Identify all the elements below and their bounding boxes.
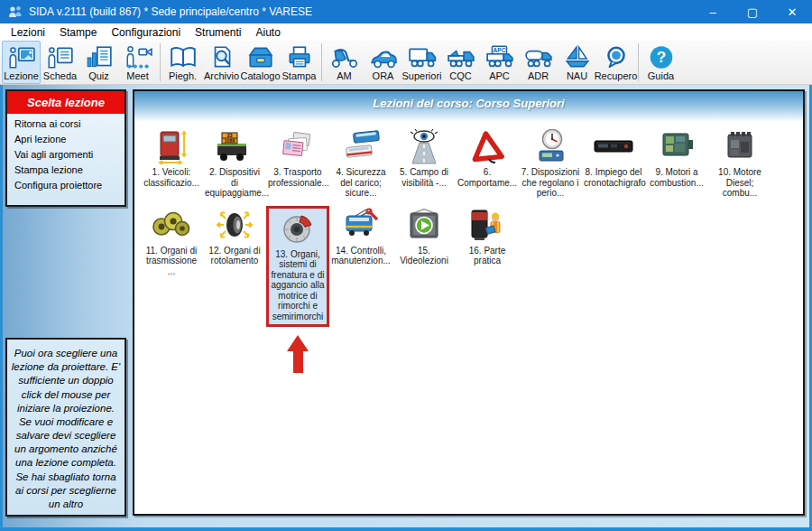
lesson-tile-6[interactable]: 6. Comportame... [457,127,518,190]
toolbar-button-label: ADR [528,70,549,82]
lesson-tile-4[interactable]: 4. Sicurezza del carico; sicure... [330,127,392,200]
sidebar-item-ritorna-ai-corsi[interactable]: Ritorna ai corsi [7,114,125,129]
toolbar-button-adr[interactable]: ADR [519,41,558,84]
lesson-tile-1[interactable]: 1. Veicoli: classificazio... [141,127,202,190]
toolbar-separator [160,43,161,81]
toolbar-button-stampa[interactable]: Stampa [280,41,318,84]
lesson-cell: 13. Organi, sistemi di frenatura e di ag… [266,206,329,374]
menu-item-strumenti[interactable]: Strumenti [188,24,248,41]
maximize-button[interactable]: ▢ [733,0,772,23]
truck-worker-icon [466,208,509,244]
clock-tachograph-icon [529,129,572,165]
lesson-cell: 9. Motori a combustion... [645,127,708,190]
lesson-cell: 14. Controlli, manutenzion... [329,206,392,268]
lesson-cell: 12. Organi di rotolamento [203,206,266,268]
app-window: SIDA v.2111 (build 867) * Sede principal… [0,0,812,531]
tire-icon [213,208,256,244]
toolbar-button-recupero[interactable]: Recupero [596,41,635,84]
toolbar-button-scheda[interactable]: Scheda [41,41,79,84]
menu-item-lezioni[interactable]: Lezioni [4,24,52,41]
red-up-arrow-pointer-icon [287,335,309,373]
lesson-tile-10[interactable]: 10. Motore Diesel; combu... [709,127,770,200]
sidebar-item-stampa-lezione[interactable]: Stampa lezione [7,160,125,175]
red-truck-icon [150,129,193,165]
toolbar-button-label: APC [489,70,510,82]
sidebar-item-configura-proiettore[interactable]: Configura proiettore [7,175,125,191]
lesson-tile-14[interactable]: 14. Controlli, manutenzion... [330,206,392,268]
sidebar-item-vai-agli-argomenti[interactable]: Vai agli argomenti [7,144,125,160]
instructions-panel: Puoi ora scegliere una lezione da proiet… [5,338,126,517]
lesson-tile-8[interactable]: 8. Impiego del cronotachigrafo [583,127,644,190]
lesson-label: 14. Controlli, manutenzion... [331,246,391,266]
toolbar-button-nau[interactable]: NAU [558,41,596,84]
toolbar-button-piegh[interactable]: Piegh. [163,41,202,84]
lesson-tile-9[interactable]: 9. Motori a combustion... [646,127,707,190]
lesson-tile-15[interactable]: 15. Videolezioni [393,206,455,268]
toolbar-button-quiz[interactable]: Quiz [79,41,118,84]
lesson-label: 16. Parte pratica [457,246,517,266]
lesson-label: 7. Disposizioni che regolano i perio... [521,167,580,199]
toolbar-button-guida[interactable]: ?Guida [641,41,680,84]
toolbar-button-ora[interactable]: ORA [364,41,402,84]
lessons-header-title: Lezioni del corso: Corso Superiori [373,97,564,110]
toolbar-button-label: CQC [449,70,471,82]
toolbar-button-label: Guida [648,70,674,82]
lesson-tile-5[interactable]: 5. Campo di visibilità -... [393,127,455,190]
lesson-cell: 15. Videolezioni [392,206,456,268]
lesson-tile-3[interactable]: 3. Trasporto professionale... [267,127,328,190]
lesson-label: 9. Motori a combustion... [647,167,706,188]
menu-item-configurazioni[interactable]: Configurazioni [104,24,188,41]
toolbar: LezioneSchedaQuizMeetPiegh.ArchivioCatal… [0,41,812,85]
presenter-image-icon [7,45,36,70]
lesson-cell: 16. Parte pratica [456,206,519,268]
lessons-panel: Lezioni del corso: Corso Superiori 1. Ve… [133,89,805,516]
toolbar-button-label: Archivio [204,70,239,82]
toolbar-button-superiori[interactable]: Superiori [402,41,441,84]
toolbar-button-am[interactable]: AM [325,41,364,84]
lesson-tile-2[interactable]: 3310882. Dispositivi di equipaggiame... [204,127,265,200]
lesson-tile-12[interactable]: 12. Organi di rotolamento [204,206,265,268]
lesson-tile-16[interactable]: 16. Parte pratica [457,206,518,268]
car-icon [369,45,398,70]
svg-text:1088: 1088 [225,138,235,144]
lesson-cell: 7. Disposizioni che regolano i perio... [519,127,582,200]
toolbar-button-label: Catalogo [240,70,280,82]
menu-item-stampe[interactable]: Stampe [52,24,104,41]
toolbar-button-cqc[interactable]: CQC [441,41,480,84]
quiz-chart-icon [85,45,114,70]
toolbar-button-lezione[interactable]: Lezione [2,41,41,84]
question-circle-icon: ? [647,45,676,70]
buses-icon [339,129,383,165]
sidebar-item-apri-lezione[interactable]: Apri lezione [7,129,125,144]
toolbar-button-label: Stampa [282,70,317,82]
toolbar-button-label: Meet [126,70,148,82]
lesson-label: 10. Motore Diesel; combu... [710,167,770,199]
toolbar-button-apc[interactable]: APCAPC [480,41,519,84]
lifebuoy-person-icon [602,45,631,70]
card-catalog-icon [246,45,275,70]
lesson-choice-title: Scelta lezione [7,91,125,114]
toolbar-button-label: Piegh. [169,70,197,82]
engine-green-icon [655,129,698,165]
video-screen-icon [402,208,446,244]
hazard-truck-icon: 331088 [213,129,256,165]
sidebar: Scelta lezione Ritorna ai corsiApri lezi… [3,85,129,527]
lesson-tile-13[interactable]: 13. Organi, sistemi di frenatura e di ag… [266,206,329,328]
toolbar-button-meet[interactable]: Meet [118,41,157,84]
toolbar-button-label: Scheda [43,70,77,82]
lesson-cell: 6. Comportame... [456,127,519,190]
lesson-tile-11[interactable]: 11. Organi di trasmissione ... [141,206,202,279]
toolbar-button-archivio[interactable]: Archivio [202,41,241,84]
lesson-cell: 3310882. Dispositivi di equipaggiame... [203,127,266,200]
toolbar-button-catalogo[interactable]: Catalogo [241,41,280,84]
menu-item-aiuto[interactable]: Aiuto [248,24,287,41]
brake-disc-icon [276,211,319,247]
lesson-tile-7[interactable]: 7. Disposizioni che regolano i perio... [520,127,581,200]
lesson-label: 3. Trasporto professionale... [268,167,328,188]
minimize-button[interactable]: – [693,0,733,23]
close-button[interactable]: ✕ [772,0,812,23]
instructions-text: Puoi ora scegliere una lezione da proiet… [11,347,121,511]
toolbar-button-label: Recupero [595,70,638,82]
lesson-label: 5. Campo di visibilità -... [394,167,454,188]
open-book-icon [169,45,198,70]
